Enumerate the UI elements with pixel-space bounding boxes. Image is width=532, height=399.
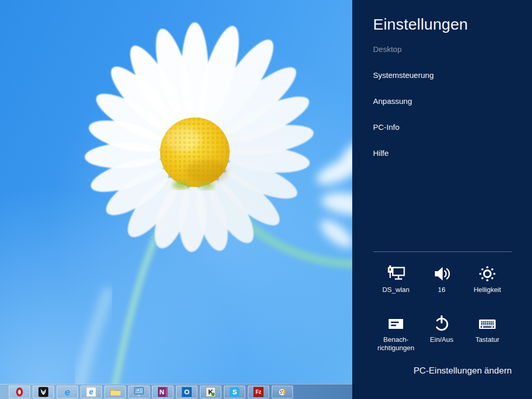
- taskbar-button-onenote[interactable]: N: [152, 385, 174, 398]
- background-flower: [313, 138, 352, 252]
- menu-item-pc-info[interactable]: PC-Info: [373, 123, 400, 131]
- taskbar-button-internet-explorer[interactable]: e: [57, 385, 78, 398]
- notifications-icon: [373, 310, 419, 332]
- context-label-desktop: Desktop: [373, 45, 402, 54]
- panel-title: Einstellungen: [373, 16, 468, 33]
- onenote-icon: N: [158, 387, 168, 397]
- taskbar-button-skype[interactable]: S: [224, 385, 245, 398]
- menu-item-hilfe[interactable]: Hilfe: [373, 149, 389, 157]
- file-explorer-icon: [110, 387, 121, 397]
- change-pc-settings-link[interactable]: PC-Einstellungen ändern: [414, 366, 512, 376]
- taskbar-button-paint-palette[interactable]: [272, 385, 293, 398]
- keyboard-icon: [464, 310, 510, 332]
- tile-brightness[interactable]: Helligkeit: [464, 260, 510, 294]
- tile-label: Tastatur: [464, 336, 510, 344]
- tile-power[interactable]: Ein/Aus: [419, 310, 464, 344]
- tile-label: 16: [419, 286, 464, 294]
- taskbar-button-filezilla[interactable]: Fz: [248, 385, 269, 398]
- screen: e e N O K S Fz: [0, 0, 532, 399]
- internet-explorer-icon: e: [62, 387, 73, 397]
- remote-desktop-icon: [134, 387, 144, 397]
- taskbar-button-opera[interactable]: [9, 385, 30, 398]
- divider-line: [373, 251, 512, 252]
- opera-icon: [15, 387, 25, 397]
- taskbar: e e N O K S Fz: [0, 384, 352, 399]
- power-icon: [419, 310, 464, 332]
- menu-item-systemsteuerung[interactable]: Systemsteuerung: [373, 71, 434, 79]
- settings-charm-panel: Einstellungen Desktop Systemsteuerung An…: [352, 0, 532, 399]
- keepass-icon: K: [206, 387, 216, 397]
- taskbar-button-wolf-app[interactable]: [33, 385, 54, 398]
- volume-icon: [419, 260, 464, 283]
- brightness-icon: [464, 260, 510, 283]
- tile-network[interactable]: DS_wlan: [373, 260, 419, 294]
- taskbar-button-file-explorer[interactable]: [104, 385, 126, 398]
- wolf-icon: [38, 387, 48, 397]
- taskbar-button-keepass[interactable]: K: [200, 385, 221, 398]
- tile-notifications[interactable]: Benach-richtigungen: [373, 310, 419, 352]
- tile-label: Ein/Aus: [419, 336, 464, 344]
- daisy-flower-illustration: [0, 0, 352, 384]
- tile-keyboard[interactable]: Tastatur: [464, 310, 510, 344]
- tile-label: Helligkeit: [464, 286, 510, 294]
- tile-label: Benach-richtigungen: [373, 336, 419, 352]
- skype-icon: S: [230, 387, 240, 397]
- tile-volume[interactable]: 16: [419, 260, 464, 294]
- wired-network-icon: [373, 260, 419, 283]
- filezilla-icon: Fz: [254, 387, 263, 397]
- internet-explorer-desktop-icon: e: [86, 387, 96, 397]
- outlook-icon: O: [182, 387, 192, 397]
- taskbar-button-remote-desktop[interactable]: [128, 385, 150, 398]
- tile-label: DS_wlan: [373, 286, 419, 294]
- menu-item-anpassung[interactable]: Anpassung: [373, 97, 412, 105]
- taskbar-button-outlook[interactable]: O: [176, 385, 197, 398]
- taskbar-button-internet-explorer-desktop[interactable]: e: [81, 385, 102, 398]
- paint-palette-icon: [277, 387, 288, 397]
